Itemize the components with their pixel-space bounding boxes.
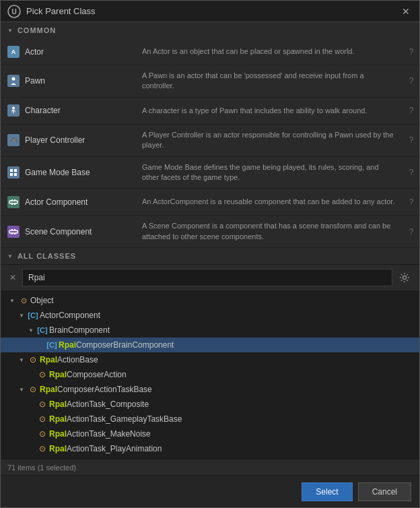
svg-rect-13 bbox=[14, 199, 15, 201]
tree-node-rpai-composer-action[interactable]: ⊙ RpalComposerAction bbox=[1, 367, 419, 382]
common-section-header[interactable]: ▼ COMMON bbox=[1, 22, 419, 38]
object-expand-icon[interactable]: ▼ bbox=[7, 296, 17, 305]
rpai-brain-expand-icon bbox=[36, 340, 45, 350]
window-title: Pick Parent Class bbox=[26, 6, 96, 16]
common-item-actor-component[interactable]: Actor Component An ActorComponent is a r… bbox=[1, 189, 419, 216]
svg-rect-8 bbox=[14, 169, 17, 172]
common-item-game-mode-base[interactable]: Game Mode Base Game Mode Base defines th… bbox=[1, 157, 419, 189]
common-item-scene-component-left: Scene Component bbox=[1, 216, 135, 247]
svg-rect-17 bbox=[11, 229, 13, 230]
common-item-player-controller[interactable]: 🎮 Player Controller A Player Controller … bbox=[1, 125, 419, 157]
tree-node-task-playanimation[interactable]: ⊙ RpalActionTask_PlayAnimation bbox=[1, 441, 419, 456]
footer: Select Cancel bbox=[1, 475, 419, 507]
common-item-actor[interactable]: A Actor An Actor is an object that can b… bbox=[1, 38, 419, 65]
actor-component-help-icon[interactable]: ? bbox=[403, 189, 419, 215]
tree-node-object[interactable]: ▼ ⊙ Object bbox=[1, 293, 419, 308]
svg-point-3 bbox=[12, 107, 15, 110]
actorcomponent-node-label: ActorComponent bbox=[40, 311, 417, 320]
actor-component-label: Actor Component bbox=[25, 197, 88, 207]
player-controller-label: Player Controller bbox=[25, 135, 85, 145]
tree-node-task-gameplay[interactable]: ⊙ RpalActionTask_GameplayTaskBase bbox=[1, 412, 419, 426]
tree-node-rpai-composer-brain[interactable]: [C] RpaiComposerBrainComponent bbox=[1, 338, 419, 352]
rpai-action-task-base-expand-icon[interactable]: ▼ bbox=[17, 385, 26, 394]
common-item-pawn[interactable]: Pawn A Pawn is an actor that can be 'pos… bbox=[1, 65, 419, 98]
svg-rect-9 bbox=[10, 173, 13, 176]
tree-node-task-makenoise[interactable]: ⊙ RpalActionTask_MakeNoise bbox=[1, 426, 419, 441]
rpai-action-base-expand-icon[interactable]: ▼ bbox=[17, 355, 26, 364]
object-node-icon: ⊙ bbox=[18, 295, 29, 306]
task-makenoise-icon: ⊙ bbox=[37, 428, 48, 439]
tree-node-actorcomponent[interactable]: ▼ [C] ActorComponent bbox=[1, 308, 419, 323]
scene-component-help-icon[interactable]: ? bbox=[403, 216, 419, 247]
common-item-player-controller-left: 🎮 Player Controller bbox=[1, 125, 135, 156]
pick-parent-class-window: U Pick Parent Class ✕ ▼ COMMON A Actor A… bbox=[0, 0, 420, 508]
common-item-character-left: Character bbox=[1, 98, 135, 124]
common-item-actor-left: A Actor bbox=[1, 38, 135, 65]
pawn-label: Pawn bbox=[25, 76, 45, 86]
actor-component-icon bbox=[7, 196, 20, 208]
tree-node-braincomponent[interactable]: ▼ [C] BrainComponent bbox=[1, 323, 419, 338]
task-gameplay-expand-icon bbox=[26, 414, 36, 424]
tree-node-task-composite[interactable]: ⊙ RpalActionTask_Composite bbox=[1, 397, 419, 412]
scene-component-description: A Scene Component is a component that ha… bbox=[135, 216, 403, 247]
task-gameplay-label: RpalActionTask_GameplayTaskBase bbox=[49, 414, 417, 424]
svg-point-21 bbox=[403, 276, 407, 280]
svg-rect-20 bbox=[14, 233, 15, 234]
ue-logo-icon: U bbox=[7, 5, 21, 18]
all-classes-section: ▼ ALL CLASSES ✕ ▼ bbox=[1, 248, 419, 459]
svg-rect-10 bbox=[14, 173, 17, 176]
svg-rect-7 bbox=[10, 169, 13, 172]
rpai-brain-node-icon: [C] bbox=[46, 340, 57, 350]
all-classes-arrow-icon: ▼ bbox=[7, 253, 13, 259]
svg-point-2 bbox=[12, 77, 15, 81]
game-mode-description: Game Mode Base defines the game being pl… bbox=[135, 157, 403, 189]
class-tree[interactable]: ▼ ⊙ Object ▼ [C] ActorComponent ▼ [C] Br… bbox=[1, 290, 419, 459]
tree-node-rpai-action-task-base[interactable]: ▼ ⊙ RpalComposerActionTaskBase bbox=[1, 382, 419, 397]
common-item-pawn-left: Pawn bbox=[1, 65, 135, 97]
pawn-help-icon[interactable]: ? bbox=[403, 65, 419, 97]
close-button[interactable]: ✕ bbox=[399, 5, 413, 18]
svg-rect-15 bbox=[14, 203, 15, 205]
player-controller-help-icon[interactable]: ? bbox=[403, 125, 419, 156]
actor-component-description: An ActorComponent is a reusable componen… bbox=[135, 189, 403, 215]
task-playanimation-label: RpalActionTask_PlayAnimation bbox=[49, 444, 417, 453]
task-makenoise-expand-icon bbox=[26, 429, 36, 439]
rpai-action-base-icon: ⊙ bbox=[28, 354, 38, 365]
tree-node-rpai-action-base[interactable]: ▼ ⊙ RpalActionBase bbox=[1, 352, 419, 367]
actorcomponent-node-icon: [C] bbox=[28, 310, 38, 321]
settings-icon[interactable] bbox=[396, 269, 413, 286]
game-mode-help-icon[interactable]: ? bbox=[403, 157, 419, 189]
actorcomponent-expand-icon[interactable]: ▼ bbox=[17, 311, 26, 320]
svg-rect-5 bbox=[12, 111, 13, 114]
common-item-scene-component[interactable]: Scene Component A Scene Component is a c… bbox=[1, 216, 419, 248]
titlebar: U Pick Parent Class ✕ bbox=[1, 1, 419, 22]
task-playanimation-expand-icon bbox=[26, 444, 36, 453]
search-input[interactable] bbox=[22, 269, 392, 286]
common-section-label: COMMON bbox=[18, 26, 56, 34]
titlebar-left: U Pick Parent Class bbox=[7, 5, 96, 18]
pawn-icon bbox=[7, 75, 20, 87]
rpai-composer-action-icon: ⊙ bbox=[37, 369, 48, 380]
actor-icon: A bbox=[7, 46, 20, 58]
search-clear-button[interactable]: ✕ bbox=[7, 273, 18, 282]
game-mode-base-label: Game Mode Base bbox=[25, 168, 90, 177]
common-item-character[interactable]: Character A character is a type of Pawn … bbox=[1, 98, 419, 125]
actor-help-icon[interactable]: ? bbox=[403, 38, 419, 65]
braincomponent-expand-icon[interactable]: ▼ bbox=[26, 325, 36, 335]
search-bar: ✕ bbox=[1, 264, 419, 290]
rpai-composer-action-expand-icon bbox=[26, 370, 36, 379]
rpai-action-base-label: RpalActionBase bbox=[40, 355, 417, 364]
character-help-icon[interactable]: ? bbox=[403, 98, 419, 124]
select-button[interactable]: Select bbox=[302, 482, 352, 501]
character-description: A character is a type of Pawn that inclu… bbox=[135, 98, 403, 124]
cancel-button[interactable]: Cancel bbox=[358, 482, 411, 501]
scene-component-icon bbox=[7, 226, 20, 238]
actor-label: Actor bbox=[25, 47, 44, 57]
all-classes-section-label: ALL CLASSES bbox=[18, 252, 76, 260]
object-node-label: Object bbox=[30, 296, 417, 305]
all-classes-section-header[interactable]: ▼ ALL CLASSES bbox=[1, 248, 419, 264]
svg-rect-11 bbox=[9, 201, 18, 203]
svg-rect-14 bbox=[11, 203, 13, 205]
braincomponent-node-label: BrainComponent bbox=[49, 325, 417, 335]
task-gameplay-icon: ⊙ bbox=[37, 414, 48, 424]
